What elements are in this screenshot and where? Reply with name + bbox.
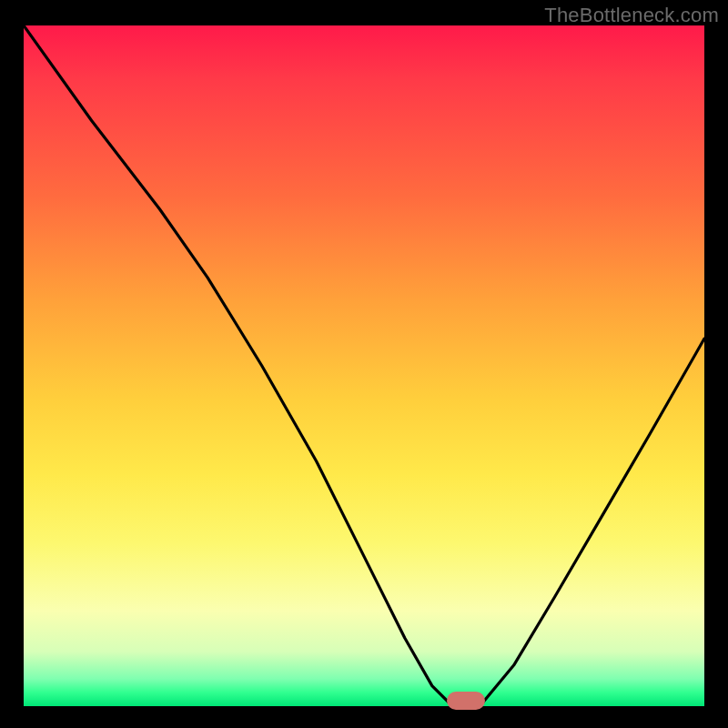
curve-svg <box>24 25 704 706</box>
plot-area <box>24 25 704 706</box>
bottleneck-curve <box>24 25 704 706</box>
watermark-text: TheBottleneck.com <box>544 4 719 27</box>
chart-frame: TheBottleneck.com <box>0 0 728 728</box>
optimal-marker <box>447 692 485 710</box>
